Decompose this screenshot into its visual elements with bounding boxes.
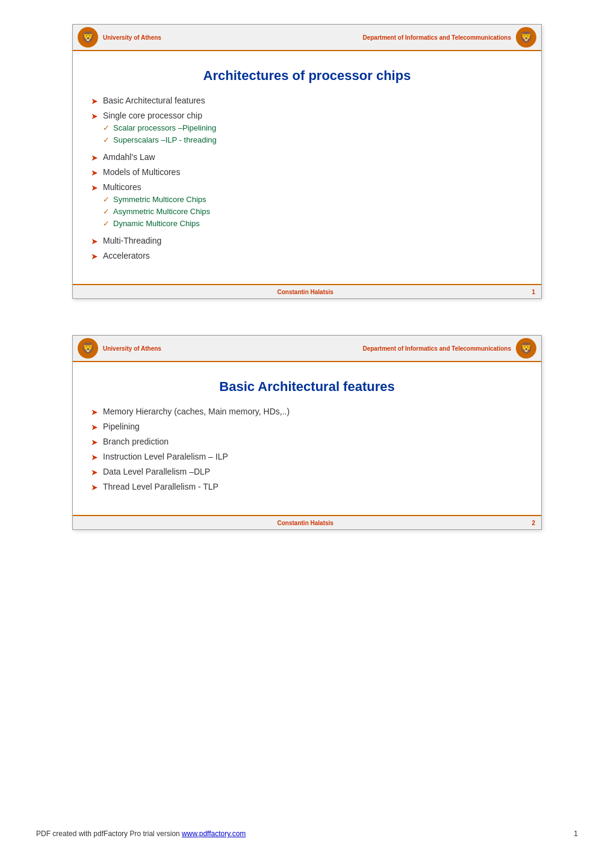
footer-name-2: Constantin Halatsis [79, 520, 532, 526]
pdf-footer-text: PDF created with pdfFactory Pro trial ve… [36, 830, 246, 838]
check-icon-1-4-1: ✓ [103, 207, 110, 216]
department-label-1: Department of Informatics and Telecommun… [362, 34, 511, 41]
sub-text-1-4-0: Symmetric Multicore Chips [113, 195, 206, 204]
pdf-footer-prefix: PDF created with pdfFactory Pro trial ve… [36, 830, 182, 838]
bullet-item-1-0: ➤ Basic Architectural features [91, 96, 523, 106]
slide-2-body: Basic Architectural features ➤ Memory Hi… [73, 362, 541, 515]
slide-2: 🦁 University of Athens Department of Inf… [72, 335, 542, 530]
check-icon-1-1-0: ✓ [103, 123, 110, 132]
bullet-text-2-2: Branch prediction [103, 437, 169, 446]
footer-name-1: Constantin Halatsis [79, 289, 532, 295]
slide-2-title: Basic Architectural features [91, 379, 523, 395]
arrow-icon-1-4: ➤ [91, 183, 98, 192]
university-label-2: University of Athens [103, 345, 161, 352]
slide-1-bullet-list: ➤ Basic Architectural features ➤ Single … [91, 96, 523, 261]
bullet-item-1-1: ➤ Single core processor chip ✓ Scalar pr… [91, 111, 523, 147]
check-icon-1-4-2: ✓ [103, 219, 110, 228]
page-wrapper: 🦁 University of Athens Department of Inf… [0, 0, 614, 868]
bullet-text-2-4: Data Level Parallelism –DLP [103, 467, 210, 476]
logo-right-2: 🦁 [516, 338, 536, 359]
logo-left-2: 🦁 [78, 338, 98, 359]
bullet-item-1-2: ➤ Amdahl's Law [91, 152, 523, 162]
bullet-text-1-2: Amdahl's Law [103, 152, 155, 162]
sub-item-1-4-0: ✓ Symmetric Multicore Chips [103, 195, 210, 204]
bullet-text-2-5: Thread Level Parallelism - TLP [103, 482, 219, 491]
header-labels-2: University of Athens Department of Infor… [98, 345, 516, 352]
sub-item-1-1-0: ✓ Scalar processors –Pipelining [103, 123, 217, 132]
slide-2-footer: Constantin Halatsis 2 [73, 515, 541, 529]
arrow-icon-2-4: ➤ [91, 467, 98, 477]
sub-text-1-1-0: Scalar processors –Pipelining [113, 123, 216, 132]
department-label-2: Department of Informatics and Telecommun… [362, 345, 511, 352]
bullet-text-1-6: Accelerators [103, 251, 150, 260]
university-label-1: University of Athens [103, 34, 161, 41]
bullet-item-1-4: ➤ Multicores ✓ Symmetric Multicore Chips… [91, 182, 523, 231]
sub-list-1-1: ✓ Scalar processors –Pipelining ✓ Supers… [103, 123, 217, 147]
bullet-text-1-0: Basic Architectural features [103, 96, 205, 105]
arrow-icon-1-0: ➤ [91, 96, 98, 106]
sub-item-1-4-2: ✓ Dynamic Multicore Chips [103, 219, 210, 228]
bullet-item-2-3: ➤ Instruction Level Paralelism – ILP [91, 452, 523, 462]
bullet-text-2-1: Pipelining [103, 422, 140, 431]
pdf-footer-page: 1 [574, 830, 578, 838]
bullet-text-1-4: Multicores [103, 182, 141, 192]
logo-left-1: 🦁 [78, 27, 98, 48]
arrow-icon-1-2: ➤ [91, 153, 98, 162]
slide-1-title: Architectures of processor chips [91, 68, 523, 84]
arrow-icon-2-1: ➤ [91, 422, 98, 432]
arrow-icon-2-3: ➤ [91, 452, 98, 462]
bullet-item-2-0: ➤ Memory Hierarchy (caches, Main memory,… [91, 407, 523, 417]
bullet-text-2-3: Instruction Level Paralelism – ILP [103, 452, 228, 461]
sub-text-1-1-1: Superscalars –ILP - threading [113, 135, 217, 144]
footer-page-2: 2 [532, 520, 535, 526]
slide-1-header: 🦁 University of Athens Department of Inf… [73, 25, 541, 51]
bullet-text-1-3: Models of Multicores [103, 167, 180, 177]
slide-2-header: 🦁 University of Athens Department of Inf… [73, 336, 541, 362]
arrow-icon-2-2: ➤ [91, 437, 98, 447]
bullet-item-2-4: ➤ Data Level Parallelism –DLP [91, 467, 523, 477]
pdf-footer: PDF created with pdfFactory Pro trial ve… [36, 830, 578, 844]
bullet-item-1-3: ➤ Models of Multicores [91, 167, 523, 177]
arrow-icon-2-0: ➤ [91, 407, 98, 417]
bullet-text-1-5: Multi-Threading [103, 236, 161, 245]
slide-1-footer: Constantin Halatsis 1 [73, 284, 541, 298]
sub-item-1-1-1: ✓ Superscalars –ILP - threading [103, 135, 217, 144]
bullet-text-1-1: Single core processor chip [103, 111, 202, 120]
logo-right-1: 🦁 [516, 27, 536, 48]
pdf-footer-link[interactable]: www.pdffactory.com [182, 830, 246, 838]
bullet-item-1-5: ➤ Multi-Threading [91, 236, 523, 246]
check-icon-1-4-0: ✓ [103, 195, 110, 204]
arrow-icon-1-6: ➤ [91, 251, 98, 261]
bullet-item-2-2: ➤ Branch prediction [91, 437, 523, 447]
arrow-icon-2-5: ➤ [91, 482, 98, 492]
slide-2-bullet-list: ➤ Memory Hierarchy (caches, Main memory,… [91, 407, 523, 492]
arrow-icon-1-1: ➤ [91, 111, 98, 121]
arrow-icon-1-3: ➤ [91, 168, 98, 177]
header-labels-1: University of Athens Department of Infor… [98, 34, 516, 41]
sub-list-1-4: ✓ Symmetric Multicore Chips ✓ Asymmetric… [103, 195, 210, 231]
bullet-item-1-6: ➤ Accelerators [91, 251, 523, 261]
sub-item-1-4-1: ✓ Asymmetric Multicore Chips [103, 207, 210, 216]
bullet-item-2-1: ➤ Pipelining [91, 422, 523, 432]
footer-page-1: 1 [532, 289, 535, 295]
sub-text-1-4-2: Dynamic Multicore Chips [113, 219, 200, 228]
bullet-text-2-0: Memory Hierarchy (caches, Main memory, H… [103, 407, 290, 416]
sub-text-1-4-1: Asymmetric Multicore Chips [113, 207, 210, 216]
check-icon-1-1-1: ✓ [103, 135, 110, 144]
slide-1-body: Architectures of processor chips ➤ Basic… [73, 51, 541, 284]
slide-1: 🦁 University of Athens Department of Inf… [72, 24, 542, 299]
bullet-item-2-5: ➤ Thread Level Parallelism - TLP [91, 482, 523, 492]
arrow-icon-1-5: ➤ [91, 236, 98, 246]
